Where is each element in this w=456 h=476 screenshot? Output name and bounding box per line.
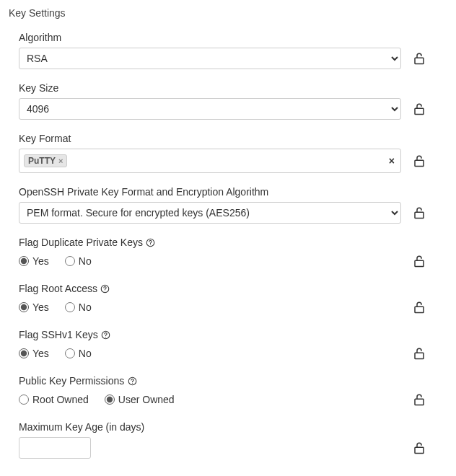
public-key-permissions-lock-button[interactable] [411, 391, 427, 408]
openssh-format-select[interactable]: PEM format. Secure for encrypted keys (A… [19, 202, 401, 224]
svg-rect-0 [415, 58, 424, 63]
field-flag-sshv1: Flag SSHv1 Keys Yes No [19, 329, 449, 362]
max-key-age-label: Maximum Key Age (in days) [19, 421, 449, 433]
flag-duplicate-group: Yes No [19, 255, 401, 267]
key-format-tag: PuTTY × [24, 154, 67, 167]
public-key-permissions-label: Public Key Permissions [19, 375, 124, 387]
flag-sshv1-no[interactable]: No [65, 348, 92, 359]
key-format-lock-button[interactable] [411, 152, 427, 169]
key-format-label: Key Format [19, 133, 449, 144]
flag-root-group: Yes No [19, 301, 401, 313]
openssh-format-lock-button[interactable] [411, 204, 427, 221]
algorithm-lock-button[interactable] [411, 50, 427, 67]
tag-remove-icon[interactable]: × [58, 157, 63, 165]
flag-duplicate-yes[interactable]: Yes [19, 255, 49, 267]
key-size-label: Key Size [19, 82, 449, 94]
help-icon[interactable] [101, 330, 111, 340]
svg-rect-16 [415, 447, 424, 453]
flag-sshv1-lock-button[interactable] [411, 345, 427, 362]
flag-root-no[interactable]: No [65, 301, 92, 313]
field-max-key-age: Maximum Key Age (in days) [19, 421, 449, 459]
flag-root-yes[interactable]: Yes [19, 301, 49, 313]
algorithm-label: Algorithm [19, 32, 449, 43]
flag-sshv1-label: Flag SSHv1 Keys [19, 329, 98, 340]
unlock-icon [413, 254, 426, 268]
public-key-permissions-group: Root Owned User Owned [19, 394, 401, 405]
help-icon[interactable] [146, 237, 156, 247]
flag-duplicate-label: Flag Duplicate Private Keys [19, 237, 143, 248]
help-icon[interactable] [127, 376, 137, 386]
unlock-icon [413, 206, 426, 220]
openssh-format-label: OpenSSH Private Key Format and Encryptio… [19, 186, 449, 198]
unlock-icon [413, 300, 426, 314]
unlock-icon [413, 102, 426, 116]
svg-rect-3 [415, 212, 424, 218]
field-key-format: Key Format PuTTY × × [19, 133, 449, 173]
svg-rect-6 [415, 260, 424, 266]
field-openssh-format: OpenSSH Private Key Format and Encryptio… [19, 186, 449, 224]
unlock-icon [413, 346, 426, 361]
permissions-user-owned[interactable]: User Owned [105, 394, 175, 405]
max-key-age-input[interactable] [19, 437, 91, 459]
flag-duplicate-lock-button[interactable] [411, 252, 427, 270]
key-size-select[interactable]: 4096 [19, 98, 401, 120]
svg-point-8 [105, 290, 105, 291]
svg-rect-12 [415, 353, 424, 358]
algorithm-select[interactable]: RSA [19, 48, 401, 69]
field-public-key-permissions: Public Key Permissions Root Owned User O… [19, 375, 449, 408]
flag-sshv1-group: Yes No [19, 348, 401, 359]
flag-sshv1-yes[interactable]: Yes [19, 348, 49, 359]
permissions-root-owned[interactable]: Root Owned [19, 394, 89, 405]
unlock-icon [413, 154, 426, 168]
svg-rect-15 [415, 399, 424, 405]
key-size-lock-button[interactable] [411, 100, 427, 118]
flag-root-lock-button[interactable] [411, 299, 427, 316]
field-algorithm: Algorithm RSA [19, 32, 449, 69]
help-icon[interactable] [100, 283, 110, 294]
max-key-age-lock-button[interactable] [411, 439, 427, 457]
field-flag-duplicate: Flag Duplicate Private Keys Yes No [19, 237, 449, 270]
svg-rect-9 [415, 307, 424, 312]
svg-point-14 [132, 382, 133, 383]
field-key-size: Key Size 4096 [19, 82, 449, 120]
key-format-input[interactable]: PuTTY × × [19, 149, 401, 173]
svg-rect-1 [415, 108, 424, 114]
svg-rect-2 [415, 160, 424, 166]
svg-point-11 [105, 336, 106, 337]
svg-point-5 [150, 244, 151, 244]
field-flag-root: Flag Root Access Yes No [19, 283, 449, 316]
unlock-icon [413, 51, 426, 66]
section-title: Key Settings [7, 7, 449, 19]
flag-duplicate-no[interactable]: No [65, 255, 92, 267]
clear-all-icon[interactable]: × [389, 155, 395, 167]
unlock-icon [413, 392, 426, 407]
flag-root-label: Flag Root Access [19, 283, 97, 294]
key-format-tag-label: PuTTY [28, 156, 56, 166]
unlock-icon [413, 441, 426, 455]
